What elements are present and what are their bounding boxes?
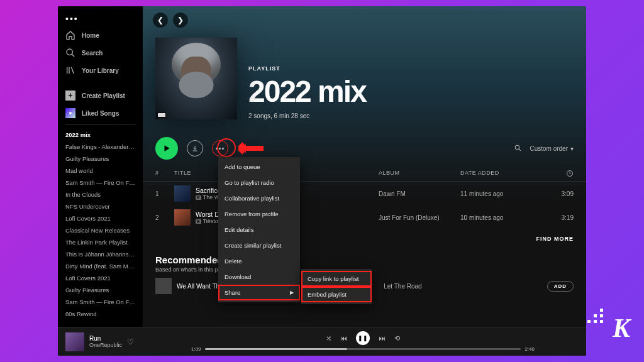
menu-item-share[interactable]: Share ▶ xyxy=(218,285,300,300)
track-duration: 3:09 xyxy=(542,190,574,197)
menu-item[interactable]: Add to queue xyxy=(218,159,300,175)
track-album: Dawn FM xyxy=(379,190,460,197)
divider xyxy=(65,124,135,125)
sidebar-playlist-item[interactable]: False Kings - Alexander The... xyxy=(58,141,143,153)
svg-point-5 xyxy=(516,145,520,150)
nav-create-playlist[interactable]: + Create Playlist xyxy=(58,87,143,104)
submenu-embed-label: Embed playlist xyxy=(308,291,347,298)
annotation-arrow-icon xyxy=(238,142,264,157)
sidebar-playlist-item[interactable]: The Linkin Park Playlist xyxy=(58,236,143,248)
track-row[interactable]: 2Worst DayETiëstoJust For Fun (Deluxe)10… xyxy=(143,206,586,229)
nav-library-label: Your Library xyxy=(82,67,119,74)
playlist-controls: ••• Custom order ▾ Add to queueGo xyxy=(143,129,586,167)
sort-label: Custom order xyxy=(530,145,568,152)
nav-liked-label: Liked Songs xyxy=(82,110,119,117)
submenu-embed[interactable]: Embed playlist xyxy=(301,287,372,302)
sidebar-playlist-item[interactable]: In the Clouds xyxy=(58,189,143,200)
sidebar-playlist-item[interactable]: Classical New Releases xyxy=(58,224,143,236)
menu-item[interactable]: Create similar playlist xyxy=(218,238,300,253)
playlist-cover[interactable] xyxy=(155,38,237,119)
recommended-art xyxy=(155,278,172,294)
sidebar: ••• Home Search Your Library xyxy=(58,6,143,327)
menu-share-label: Share xyxy=(225,289,240,296)
plus-icon: + xyxy=(65,90,75,101)
playlist-meta: 2 songs, 6 min 28 sec xyxy=(248,112,366,119)
main-content: ❮ ❯ PLAYLIST 2022 mix 2 songs, 6 min 28 … xyxy=(143,6,586,327)
progress-bar[interactable]: 1:09 2:48 xyxy=(191,346,535,352)
app-menu-icon[interactable]: ••• xyxy=(58,11,143,26)
now-playing-info[interactable]: Run OneRepublic ♡ xyxy=(65,332,191,351)
track-date-added: 11 minutes ago xyxy=(460,190,542,197)
find-more-button[interactable]: FIND MORE xyxy=(143,229,586,248)
track-date-added: 10 minutes ago xyxy=(460,214,542,221)
sidebar-playlist-item[interactable]: Lofi Covers 2021 xyxy=(58,272,143,284)
sidebar-playlist-item[interactable]: Dirty Mind (feat. Sam Martin... xyxy=(58,260,143,272)
playlist-type-label: PLAYLIST xyxy=(248,65,366,72)
track-row[interactable]: 1SacrificeEThe WeekndDawn FM11 minutes a… xyxy=(143,182,586,206)
forward-button[interactable]: ❯ xyxy=(173,13,188,28)
search-tracks-button[interactable] xyxy=(514,144,522,153)
sidebar-playlist-item[interactable]: This Is Jóhann Jóhannsson xyxy=(58,248,143,260)
sidebar-playlist-item[interactable]: Mad world xyxy=(58,165,143,177)
menu-item[interactable]: Remove from profile xyxy=(218,206,300,222)
track-num: 1 xyxy=(155,190,174,197)
menu-item[interactable]: Download xyxy=(218,269,300,285)
nav-library[interactable]: Your Library xyxy=(58,62,143,79)
sort-controls: Custom order ▾ xyxy=(514,144,574,153)
back-button[interactable]: ❮ xyxy=(153,13,168,28)
nav-liked-songs[interactable]: ♥ Liked Songs xyxy=(58,104,143,122)
col-album: ALBUM xyxy=(379,170,460,178)
sidebar-playlist-item[interactable]: 2022 mix xyxy=(58,129,143,141)
submenu-copy-label: Copy link to playlist xyxy=(308,275,358,282)
track-num: 2 xyxy=(155,214,174,221)
chevron-down-icon: ▾ xyxy=(570,145,574,152)
sidebar-playlist-item[interactable]: 80s Rewind xyxy=(58,308,143,320)
prev-button[interactable]: ⏮ xyxy=(340,334,347,342)
repeat-button[interactable]: ⟲ xyxy=(394,334,400,343)
chevron-right-icon: ▶ xyxy=(290,290,294,295)
track-art xyxy=(174,209,191,226)
download-button[interactable] xyxy=(187,140,203,156)
library-icon xyxy=(65,65,75,75)
nav-create-label: Create Playlist xyxy=(82,92,125,99)
col-duration-icon xyxy=(542,170,574,178)
svg-line-6 xyxy=(519,148,521,150)
sidebar-playlist-item[interactable]: Lofi Covers 2021 xyxy=(58,212,143,224)
playlist-header: PLAYLIST 2022 mix 2 songs, 6 min 28 sec xyxy=(143,6,586,129)
sort-order-select[interactable]: Custom order ▾ xyxy=(530,145,574,152)
track-album: Just For Fun (Deluxe) xyxy=(379,214,460,221)
elapsed-time: 1:09 xyxy=(191,346,201,352)
home-icon xyxy=(65,30,75,40)
sidebar-playlist-item[interactable]: Guilty Pleasures xyxy=(58,284,143,296)
sidebar-playlist-item[interactable]: Sam Smith — Fire On Fire (Fr... xyxy=(58,177,143,189)
playback-controls: ⤨ ⏮ ❚❚ ⏭ ⟲ 1:09 2:48 xyxy=(191,331,535,352)
playlist-list[interactable]: 2022 mixFalse Kings - Alexander The...Gu… xyxy=(58,128,143,322)
playlist-header-text: PLAYLIST 2022 mix 2 songs, 6 min 28 sec xyxy=(248,65,366,119)
playlist-title: 2022 mix xyxy=(248,74,366,109)
menu-item[interactable]: Edit details xyxy=(218,222,300,238)
next-button[interactable]: ⏭ xyxy=(379,334,386,342)
track-table-header: # TITLE ALBUM DATE ADDED xyxy=(143,167,586,182)
menu-item[interactable]: Go to playlist radio xyxy=(218,175,300,190)
submenu-copy-link[interactable]: Copy link to playlist xyxy=(301,271,372,287)
nav-home[interactable]: Home xyxy=(58,26,143,44)
menu-item[interactable]: Delete xyxy=(218,253,300,269)
add-track-button[interactable]: ADD xyxy=(547,281,574,292)
shuffle-button[interactable]: ⤨ xyxy=(326,334,331,343)
like-button[interactable]: ♡ xyxy=(127,337,134,346)
col-added: DATE ADDED xyxy=(460,170,542,178)
brand-logo: K xyxy=(613,313,630,343)
menu-item[interactable]: Collaborative playlist xyxy=(218,190,300,206)
more-options-button[interactable]: ••• xyxy=(212,140,228,156)
nav-home-label: Home xyxy=(82,32,99,39)
now-playing-art xyxy=(65,332,84,351)
play-button[interactable] xyxy=(155,137,178,160)
play-pause-button[interactable]: ❚❚ xyxy=(356,331,370,345)
now-playing-bar: Run OneRepublic ♡ ⤨ ⏮ ❚❚ ⏭ ⟲ 1:09 2:48 xyxy=(58,327,586,356)
nav-search[interactable]: Search xyxy=(58,44,143,62)
sidebar-playlist-item[interactable]: NFS Undercover xyxy=(58,200,143,212)
sidebar-playlist-item[interactable]: Guilty Pleasures xyxy=(58,153,143,165)
sidebar-playlist-item[interactable]: Sam Smith — Fire On Fire (Fr... xyxy=(58,296,143,308)
track-duration: 3:19 xyxy=(542,214,574,221)
now-playing-artist: OneRepublic xyxy=(89,342,122,348)
